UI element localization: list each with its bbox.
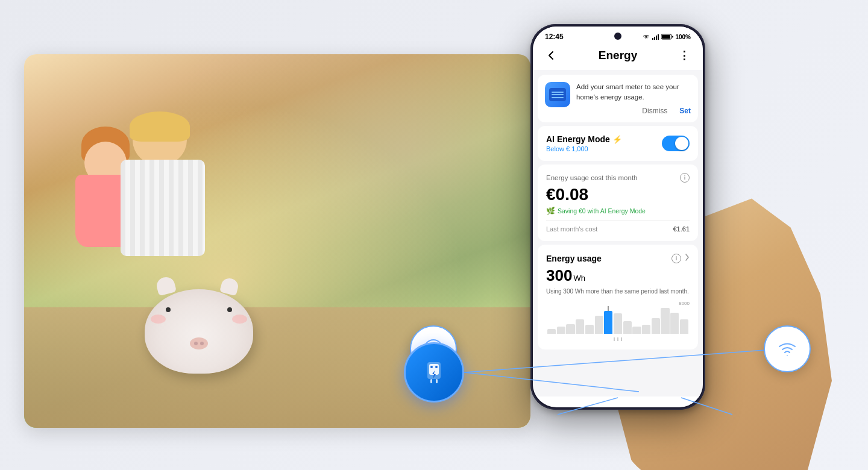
svg-rect-15 (430, 379, 432, 383)
app-content: Add your smart meter to see your home's … (533, 70, 703, 396)
usage-header-icons: i (671, 253, 690, 264)
ai-mode-info: AI Energy Mode ⚡ Below € 1,000 (546, 134, 622, 152)
svg-rect-0 (652, 38, 653, 40)
ai-energy-mode-section: AI Energy Mode ⚡ Below € 1,000 (538, 126, 698, 161)
floating-wifi-icon[interactable] (764, 325, 811, 372)
usage-amount: 300Wh (546, 266, 690, 285)
battery-percent: 100% (675, 34, 691, 40)
lightning-bolt-icon (419, 357, 449, 387)
last-month-value: €1.61 (673, 225, 690, 233)
meter-icon (545, 82, 570, 107)
svg-rect-2 (656, 36, 657, 40)
cost-header: Energy usage cost this month i (546, 173, 690, 183)
svg-point-13 (430, 366, 433, 368)
svg-rect-6 (672, 36, 673, 38)
energy-cost-section: Energy usage cost this month i €0.08 🌿 S… (538, 164, 698, 241)
energy-usage-section: Energy usage i (538, 245, 698, 349)
svg-rect-1 (654, 37, 655, 40)
status-icons: 100% (642, 34, 691, 40)
back-arrow-icon (548, 51, 554, 60)
set-button[interactable]: Set (679, 107, 691, 115)
usage-header: Energy usage i (546, 253, 690, 264)
svg-rect-16 (436, 379, 438, 383)
ai-mode-toggle[interactable] (662, 136, 690, 151)
wifi-symbol (774, 338, 800, 360)
lightning-emoji: ⚡ (612, 135, 622, 144)
ai-mode-subtitle: Below € 1,000 (546, 145, 622, 152)
cost-amount: €0.08 (546, 185, 690, 204)
camera-notch (614, 33, 621, 40)
last-month-row: Last month's cost €1.61 (546, 220, 690, 233)
svg-rect-3 (658, 34, 659, 40)
usage-chevron-right[interactable] (685, 253, 690, 264)
usage-description: Using 300 Wh more than the same period l… (546, 287, 690, 296)
phone-device: 12:45 (530, 24, 705, 410)
svg-point-14 (435, 366, 438, 368)
phone-wrapper: 12:45 (470, 12, 820, 470)
signal-bars-icon (652, 34, 659, 40)
page-title: Energy (599, 49, 637, 62)
cost-saving: 🌿 Saving €0 with AI Energy Mode (546, 207, 690, 215)
wifi-signal-icon (642, 34, 650, 40)
chart-max-label: 8000 (679, 301, 690, 306)
dismiss-button[interactable]: Dismiss (642, 107, 667, 115)
ai-mode-title: AI Energy Mode ⚡ (546, 134, 622, 144)
cost-info-icon[interactable]: i (680, 173, 690, 183)
back-button[interactable] (542, 47, 559, 64)
status-time: 12:45 (545, 33, 564, 41)
battery-icon (661, 34, 673, 40)
saving-text: Saving €0 with AI Energy Mode (558, 207, 646, 215)
meter-text-area: Add your smart meter to see your home's … (576, 82, 691, 115)
app-header: Energy ⋮ (533, 42, 703, 70)
svg-rect-5 (662, 35, 670, 39)
usage-info-icon[interactable]: i (671, 254, 681, 263)
more-options-button[interactable]: ⋮ (676, 47, 693, 64)
chevron-right-icon (685, 253, 690, 262)
usage-section-title: Energy usage (546, 254, 602, 263)
cost-section-title: Energy usage cost this month (546, 174, 638, 181)
last-month-label: Last month's cost (546, 225, 597, 233)
usage-chart: 8000 (546, 301, 690, 334)
meter-description: Add your smart meter to see your home's … (576, 82, 691, 102)
meter-actions: Dismiss Set (576, 107, 691, 115)
floating-energy-icon[interactable] (404, 342, 464, 403)
chart-bottom (546, 334, 690, 341)
smart-meter-banner: Add your smart meter to see your home's … (538, 75, 698, 122)
